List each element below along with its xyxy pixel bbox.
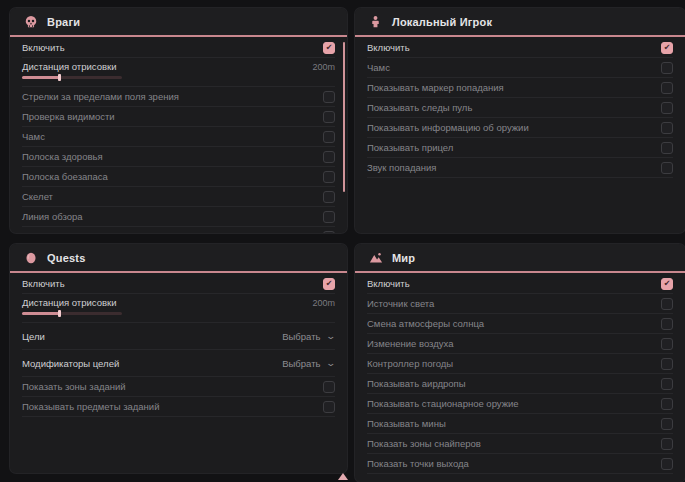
checkbox[interactable] [661, 142, 673, 154]
slider-track[interactable] [22, 312, 122, 315]
panel-local-player-body: Включить✔ЧамсПоказывать маркер попадания… [355, 37, 685, 178]
row-checkbox[interactable]: Показывать мины [367, 414, 673, 434]
checkbox[interactable] [661, 338, 673, 350]
row-checkbox[interactable]: Показывать предметы заданий [22, 397, 335, 417]
checkbox[interactable] [661, 438, 673, 450]
row-label: Показывать следы пуль [367, 102, 472, 113]
panel-world: Мир Включить✔Источник светаСмена атмосфе… [355, 244, 685, 482]
checkbox[interactable]: ✔ [661, 42, 673, 54]
checkbox[interactable] [323, 211, 335, 223]
checkbox[interactable]: ✔ [323, 42, 335, 54]
row-select[interactable]: ЦелиВыбрать⌄ [22, 323, 335, 350]
checkbox[interactable] [323, 171, 335, 183]
row-checkbox[interactable]: Показывать информацию об оружии [367, 118, 673, 138]
select-dropdown[interactable]: Выбрать⌄ [282, 331, 335, 342]
row-slider[interactable]: Дистанция отрисовки200m [22, 294, 335, 323]
row-checkbox[interactable]: Включить✔ [367, 274, 673, 294]
row-label: Стрелки за пределами поля зрения [22, 91, 179, 102]
row-checkbox[interactable]: Скелет [22, 187, 335, 207]
slider-track[interactable] [22, 76, 122, 79]
row-checkbox[interactable]: Включить✔ [367, 38, 673, 58]
checkbox[interactable] [323, 231, 335, 234]
scrollbar[interactable] [343, 42, 345, 192]
row-checkbox[interactable]: Включить✔ [22, 38, 335, 58]
row-checkbox[interactable]: Показать точки выхода [367, 454, 673, 474]
checkbox[interactable] [661, 62, 673, 74]
row-label: Показывать аирдропы [367, 378, 466, 389]
panel-world-body: Включить✔Источник светаСмена атмосферы с… [355, 273, 685, 474]
row-label: Изменение воздуха [367, 338, 454, 349]
panel-enemies: Враги Включить✔Дистанция отрисовки200mСт… [10, 8, 347, 233]
row-checkbox[interactable]: Звук попадания [367, 158, 673, 178]
checkbox[interactable] [661, 102, 673, 114]
row-checkbox[interactable]: Показывать прицел [367, 138, 673, 158]
row-label: Показывать маркер попадания [367, 82, 504, 93]
slider-handle[interactable] [58, 74, 61, 81]
checkbox[interactable]: ✔ [661, 278, 673, 290]
row-checkbox[interactable]: Показывать следы пуль [367, 98, 673, 118]
checkbox[interactable] [661, 82, 673, 94]
row-label: Звук попадания [367, 162, 437, 173]
person-icon [368, 14, 383, 29]
row-label: Чамс [22, 131, 45, 142]
checkbox[interactable] [661, 378, 673, 390]
row-select[interactable]: Модификаторы целейВыбрать⌄ [22, 350, 335, 377]
row-label: Смена атмосферы солнца [367, 318, 484, 329]
checkbox[interactable]: ✔ [323, 278, 335, 290]
row-checkbox[interactable]: Полоска боезапаса [22, 167, 335, 187]
row-checkbox[interactable]: Проверка видимости [22, 107, 335, 127]
checkbox[interactable] [323, 401, 335, 413]
panel-title: Мир [392, 252, 415, 264]
row-checkbox[interactable]: Чамс [22, 127, 335, 147]
select-dropdown[interactable]: Выбрать⌄ [282, 358, 335, 369]
row-checkbox[interactable]: Чамс [367, 58, 673, 78]
row-checkbox[interactable]: Показывать маркер попадания [367, 78, 673, 98]
checkbox[interactable] [661, 358, 673, 370]
row-checkbox[interactable]: Показывать следы пуль [22, 227, 335, 233]
panel-local-player: Локальный Игрок Включить✔ЧамсПоказывать … [355, 8, 685, 233]
row-label: Дистанция отрисовки [22, 61, 116, 72]
row-checkbox[interactable]: Показать зоны заданий [22, 377, 335, 397]
checkbox[interactable] [661, 162, 673, 174]
row-label: Показать зоны заданий [22, 381, 126, 392]
checkbox[interactable] [661, 318, 673, 330]
row-checkbox[interactable]: Полоска здоровья [22, 147, 335, 167]
mountain-icon [368, 250, 383, 265]
checkbox[interactable] [323, 151, 335, 163]
cursor-triangle-icon [338, 473, 348, 480]
slider-label-row: Дистанция отрисовки200m [22, 61, 335, 72]
row-checkbox[interactable]: Стрелки за пределами поля зрения [22, 87, 335, 107]
row-label: Показать точки выхода [367, 458, 469, 469]
checkbox[interactable] [661, 298, 673, 310]
row-checkbox[interactable]: Смена атмосферы солнца [367, 314, 673, 334]
row-checkbox[interactable]: Источник света [367, 294, 673, 314]
row-checkbox[interactable]: Включить✔ [22, 274, 335, 294]
checkbox[interactable] [323, 381, 335, 393]
checkbox[interactable] [323, 111, 335, 123]
checkbox[interactable] [661, 122, 673, 134]
row-label: Полоска здоровья [22, 151, 103, 162]
row-checkbox[interactable]: Линия обзора [22, 207, 335, 227]
panel-world-header: Мир [355, 244, 685, 273]
slider-handle[interactable] [58, 310, 61, 317]
panel-quests-body: Включить✔Дистанция отрисовки200mЦелиВыбр… [10, 273, 347, 417]
checkbox[interactable] [661, 458, 673, 470]
row-label: Показывать мины [367, 418, 446, 429]
row-slider[interactable]: Дистанция отрисовки200m [22, 58, 335, 87]
row-label: Скелет [22, 191, 53, 202]
checkbox[interactable] [323, 91, 335, 103]
checkbox[interactable] [323, 131, 335, 143]
row-checkbox[interactable]: Показывать стационарное оружие [367, 394, 673, 414]
row-checkbox[interactable]: Контроллер погоды [367, 354, 673, 374]
skull-icon [23, 14, 38, 29]
row-label: Полоска боезапаса [22, 171, 108, 182]
panel-title: Локальный Игрок [392, 16, 492, 28]
checkbox[interactable] [661, 418, 673, 430]
checkbox[interactable] [661, 398, 673, 410]
row-label: Показывать предметы заданий [22, 401, 159, 412]
row-checkbox[interactable]: Показать зоны снайперов [367, 434, 673, 454]
panel-quests-header: Quests [10, 244, 347, 273]
row-checkbox[interactable]: Изменение воздуха [367, 334, 673, 354]
checkbox[interactable] [323, 191, 335, 203]
row-checkbox[interactable]: Показывать аирдропы [367, 374, 673, 394]
